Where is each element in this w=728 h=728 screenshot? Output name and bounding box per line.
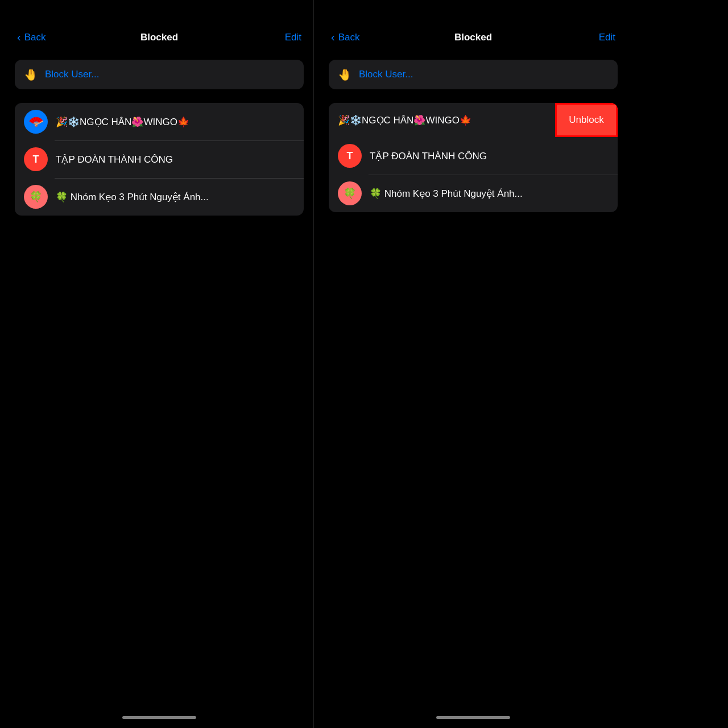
left-back-button[interactable]: ‹ Back (17, 31, 46, 44)
right-back-chevron-icon: ‹ (331, 31, 335, 44)
right-blocked-list: 🎉❄️NGỌC HÂN🌺WINGO🍁 Unblock T TẬP ĐOÀN TH… (329, 103, 618, 212)
right-block-hand-icon: 🤚 (338, 68, 352, 81)
left-header: ‹ Back Blocked Edit (6, 0, 313, 51)
right-phone-panel: ‹ Back Blocked Edit 🤚 Block User... 🎉❄️N… (320, 0, 627, 728)
left-list-item[interactable]: T TẬP ĐOÀN THÀNH CÔNG (15, 140, 304, 178)
right-back-button[interactable]: ‹ Back (331, 31, 359, 44)
left-block-hand-icon: 🤚 (24, 68, 38, 81)
left-item-name-1: 🎉❄️NGỌC HÂN🌺WINGO🍁 (56, 116, 295, 128)
left-page-title: Blocked (140, 32, 178, 43)
right-edit-button[interactable]: Edit (599, 32, 615, 43)
right-avatar-2: T (338, 144, 362, 168)
left-block-user-text: Block User... (45, 69, 99, 80)
left-avatar-1: 🪭 (24, 110, 48, 134)
right-block-user-button[interactable]: 🤚 Block User... (329, 60, 618, 89)
left-block-user-button[interactable]: 🤚 Block User... (15, 60, 304, 89)
right-item-name-3: 🍀 Nhóm Kẹo 3 Phút Nguyệt Ánh... (370, 188, 609, 200)
left-avatar-2: T (24, 147, 48, 171)
right-list-item-swiped: 🎉❄️NGỌC HÂN🌺WINGO🍁 Unblock (329, 103, 618, 137)
left-list-item[interactable]: 🍀 🍀 Nhóm Kẹo 3 Phút Nguyệt Ánh... (15, 178, 304, 216)
left-phone-panel: ‹ Back Blocked Edit 🤚 Block User... 🪭 🎉❄… (6, 0, 313, 728)
unblock-button[interactable]: Unblock (555, 103, 618, 137)
left-home-indicator (122, 716, 196, 719)
left-item-name-3: 🍀 Nhóm Kẹo 3 Phút Nguyệt Ánh... (56, 191, 295, 203)
left-back-chevron-icon: ‹ (17, 31, 21, 44)
right-home-indicator (436, 716, 510, 719)
right-header: ‹ Back Blocked Edit (320, 0, 627, 51)
panel-divider (313, 0, 314, 728)
right-item-1-content[interactable]: 🎉❄️NGỌC HÂN🌺WINGO🍁 (329, 103, 555, 137)
left-edit-button[interactable]: Edit (285, 32, 301, 43)
right-back-label: Back (338, 32, 360, 43)
left-block-user-section: 🤚 Block User... (15, 60, 304, 89)
left-item-name-2: TẬP ĐOÀN THÀNH CÔNG (56, 154, 295, 166)
left-list-item[interactable]: 🪭 🎉❄️NGỌC HÂN🌺WINGO🍁 (15, 103, 304, 140)
right-item-name-2: TẬP ĐOÀN THÀNH CÔNG (370, 150, 609, 162)
right-avatar-3: 🍀 (338, 181, 362, 205)
right-item-name-1: 🎉❄️NGỌC HÂN🌺WINGO🍁 (338, 114, 546, 126)
left-avatar-3: 🍀 (24, 185, 48, 209)
right-block-user-text: Block User... (359, 69, 413, 80)
right-list-item[interactable]: 🍀 🍀 Nhóm Kẹo 3 Phút Nguyệt Ánh... (329, 175, 618, 212)
right-block-user-section: 🤚 Block User... (329, 60, 618, 89)
right-page-title: Blocked (454, 32, 492, 43)
left-back-label: Back (24, 32, 46, 43)
right-list-item[interactable]: T TẬP ĐOÀN THÀNH CÔNG (329, 137, 618, 175)
left-blocked-list: 🪭 🎉❄️NGỌC HÂN🌺WINGO🍁 T TẬP ĐOÀN THÀNH CÔ… (15, 103, 304, 216)
